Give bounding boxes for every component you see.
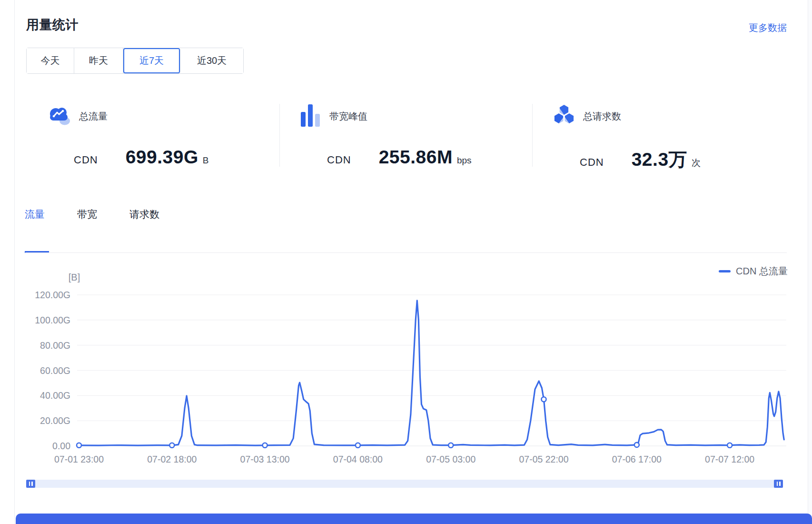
stat-unit: 次 <box>692 157 701 169</box>
hexagon-cluster-icon <box>554 104 574 128</box>
stat-card-total-requests: 总请求数 CDN 32.3万 次 <box>532 91 785 171</box>
traffic-line <box>77 301 784 445</box>
data-point-marker <box>169 443 174 448</box>
svg-text:120.00G: 120.00G <box>35 290 70 300</box>
x-axis-labels: 07-01 23:0007-02 18:0007-03 13:0007-04 0… <box>54 454 754 464</box>
svg-text:20.00G: 20.00G <box>40 415 70 426</box>
svg-text:07-03 13:00: 07-03 13:00 <box>240 454 290 464</box>
tab-bandwidth[interactable]: 带宽 <box>77 208 97 221</box>
svg-text:40.00G: 40.00G <box>40 390 70 401</box>
chart-range-scrollbar[interactable] <box>26 480 783 488</box>
y-axis-unit-label: [B] <box>69 272 80 282</box>
stat-product: CDN <box>74 154 98 166</box>
data-point-marker <box>356 443 360 448</box>
tab-traffic[interactable]: 流量 <box>25 208 45 221</box>
range-tab-yesterday[interactable]: 昨天 <box>74 48 123 73</box>
y-axis-labels: 0.0020.00G40.00G60.00G80.00G100.00G120.0… <box>35 290 70 451</box>
date-range-tabs: 今天 昨天 近7天 近30天 <box>26 48 244 74</box>
svg-text:07-01 23:00: 07-01 23:00 <box>54 454 104 464</box>
data-point-marker <box>77 443 81 448</box>
tabs-divider-line <box>25 252 787 253</box>
data-point-marker <box>727 443 732 448</box>
range-tab-last-30-days[interactable]: 近30天 <box>180 48 243 73</box>
stat-card-total-traffic: 总流量 CDN 699.39G B <box>26 91 279 171</box>
svg-text:07-06 17:00: 07-06 17:00 <box>612 454 662 464</box>
data-point-marker <box>263 443 267 448</box>
svg-text:60.00G: 60.00G <box>40 365 70 376</box>
svg-text:07-02 18:00: 07-02 18:00 <box>147 454 197 464</box>
svg-text:07-04 08:00: 07-04 08:00 <box>333 454 383 464</box>
svg-text:100.00G: 100.00G <box>35 315 70 325</box>
range-tab-last-7-days[interactable]: 近7天 <box>123 48 180 73</box>
range-handle-right[interactable] <box>774 480 783 488</box>
chart-metric-tabs: 流量 带宽 请求数 <box>25 208 159 221</box>
usage-statistics-panel: 用量统计 更多数据 今天 昨天 近7天 近30天 <box>0 0 812 524</box>
svg-text:07-05 22:00: 07-05 22:00 <box>519 454 568 464</box>
stat-value: 32.3万 <box>632 147 687 172</box>
svg-text:07-07 12:00: 07-07 12:00 <box>705 454 754 464</box>
stat-label: 带宽峰值 <box>329 110 367 123</box>
data-point-marker <box>634 443 639 447</box>
bar-chart-icon <box>301 104 321 129</box>
stat-value: 699.39G <box>126 147 198 168</box>
more-data-link[interactable]: 更多数据 <box>749 21 787 34</box>
svg-text:80.00G: 80.00G <box>40 340 70 351</box>
stat-card-peak-bandwidth: 带宽峰值 CDN 255.86M bps <box>279 91 532 171</box>
stat-label: 总请求数 <box>583 110 621 123</box>
svg-text:07-05 03:00: 07-05 03:00 <box>426 454 475 464</box>
traffic-line-chart: 0.0020.00G40.00G60.00G80.00G100.00G120.0… <box>0 257 812 481</box>
data-point-marker <box>448 443 453 448</box>
stat-unit: B <box>203 155 209 166</box>
stat-product: CDN <box>580 156 604 169</box>
range-tab-today[interactable]: 今天 <box>27 48 74 73</box>
svg-text:0.00: 0.00 <box>52 441 70 451</box>
data-point-markers <box>77 397 732 448</box>
stat-label: 总流量 <box>79 110 108 123</box>
tab-requests[interactable]: 请求数 <box>129 208 159 221</box>
stat-cards: 总流量 CDN 699.39G B 带宽峰值 <box>26 91 785 171</box>
range-handle-left[interactable] <box>26 480 35 488</box>
cloud-traffic-icon <box>48 104 70 128</box>
data-point-marker <box>542 397 546 402</box>
stat-value: 255.86M <box>379 147 453 168</box>
bottom-panel-edge <box>16 514 812 524</box>
stat-unit: bps <box>457 155 472 166</box>
page-title: 用量统计 <box>26 16 79 33</box>
stat-product: CDN <box>327 154 351 166</box>
